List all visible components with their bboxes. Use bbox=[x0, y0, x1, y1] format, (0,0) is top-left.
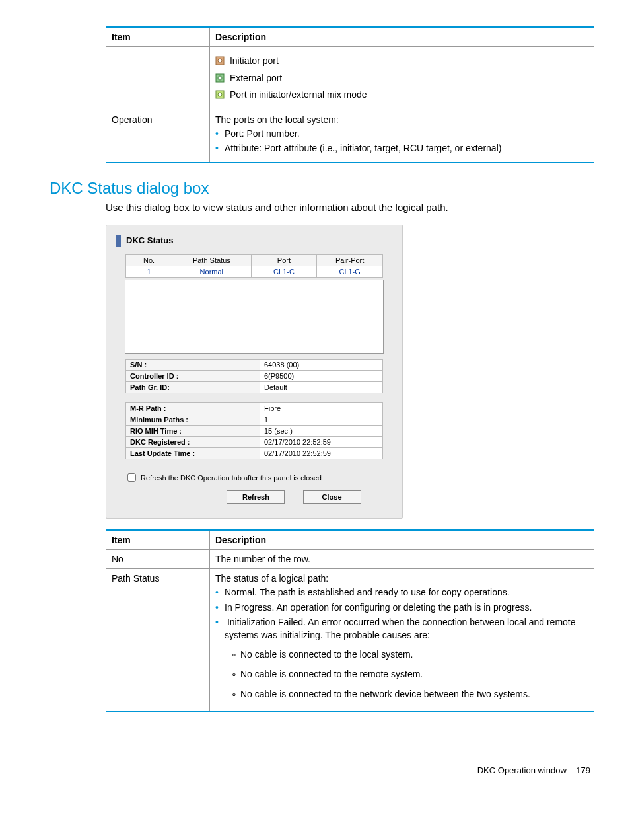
th-desc: Description bbox=[210, 530, 594, 550]
svg-point-1 bbox=[218, 59, 222, 63]
external-port-icon bbox=[215, 73, 225, 83]
th-item: Item bbox=[106, 530, 210, 550]
page-number: 179 bbox=[576, 765, 590, 775]
path-status-table: No. Path Status Port Pair-Port 1 Normal … bbox=[125, 254, 383, 278]
list-item: In Progress. An operation for configurin… bbox=[225, 601, 588, 615]
dkc-status-dialog: DKC Status No. Path Status Port Pair-Por… bbox=[106, 225, 403, 519]
mr-path-value: Fibre bbox=[260, 402, 383, 414]
path-status-intro: The status of a logical path: bbox=[215, 573, 588, 584]
refresh-button[interactable]: Refresh bbox=[227, 490, 285, 504]
svg-point-3 bbox=[218, 76, 222, 80]
controller-id-value: 6(P9500) bbox=[260, 370, 383, 381]
sn-value: 64038 (00) bbox=[260, 359, 383, 370]
external-port-label: External port bbox=[230, 73, 282, 83]
last-update-label: Last Update Time : bbox=[126, 447, 260, 459]
sn-label: S/N : bbox=[126, 359, 260, 370]
list-item: No cable is connected to the local syste… bbox=[240, 648, 588, 662]
mixed-port-label: Port in initiator/external mix mode bbox=[230, 89, 367, 100]
info-grid-2: M-R Path :Fibre Minimum Paths :1 RIO MIH… bbox=[125, 402, 383, 459]
list-item: Normal. The path is established and read… bbox=[225, 586, 588, 599]
list-item: No cable is connected to the network dev… bbox=[240, 688, 588, 701]
initiator-port-icon bbox=[215, 56, 225, 65]
operation-intro: The ports on the local system: bbox=[215, 114, 588, 125]
title-accent-icon bbox=[116, 235, 121, 247]
rio-mih-value: 15 (sec.) bbox=[260, 425, 383, 436]
min-paths-value: 1 bbox=[260, 414, 383, 425]
table-row: Initiator port External port Port in ini… bbox=[106, 47, 594, 110]
info-grid-1: S/N :64038 (00) Controller ID :6(P9500) … bbox=[125, 359, 383, 393]
dkc-registered-label: DKC Registered : bbox=[126, 436, 260, 447]
th-desc: Description bbox=[210, 27, 594, 47]
table-row: No The number of the row. bbox=[106, 549, 594, 568]
mr-path-label: M-R Path : bbox=[126, 402, 260, 414]
cell-no: 1 bbox=[126, 266, 172, 277]
refresh-checkbox-label: Refresh the DKC Operation tab after this… bbox=[141, 474, 322, 482]
no-desc: The number of the row. bbox=[210, 549, 594, 568]
close-button[interactable]: Close bbox=[303, 490, 361, 504]
table-row[interactable]: 1 Normal CL1-C CL1-G bbox=[126, 266, 383, 277]
dialog-title: DKC Status bbox=[126, 235, 174, 245]
col-port: Port bbox=[251, 254, 317, 266]
dkc-registered-value: 02/17/2010 22:52:59 bbox=[260, 436, 383, 447]
footer-text: DKC Operation window bbox=[477, 765, 567, 775]
list-item: Initialization Failed. An error occurred… bbox=[225, 616, 588, 701]
list-item: Port: Port number. bbox=[225, 128, 588, 141]
ports-table: Item Description Initiator port bbox=[106, 26, 594, 163]
list-item: No cable is connected to the remote syst… bbox=[240, 668, 588, 681]
cell-status: Normal bbox=[172, 266, 252, 277]
page-footer: DKC Operation window 179 bbox=[0, 765, 590, 775]
initiator-port-label: Initiator port bbox=[230, 56, 279, 66]
last-update-value: 02/17/2010 22:52:59 bbox=[260, 447, 383, 459]
col-pair-port: Pair-Port bbox=[317, 254, 383, 266]
mixed-port-icon bbox=[215, 90, 225, 99]
min-paths-label: Minimum Paths : bbox=[126, 414, 260, 425]
table-row: Path Status The status of a logical path… bbox=[106, 568, 594, 712]
section-title: DKC Status dialog box bbox=[50, 179, 590, 198]
cell-port: CL1-C bbox=[251, 266, 317, 277]
col-no: No. bbox=[126, 254, 172, 266]
th-item: Item bbox=[106, 27, 210, 47]
list-item: Attribute: Port attribute (i.e., initiat… bbox=[225, 142, 588, 155]
path-status-label: Path Status bbox=[106, 568, 210, 712]
cell-pair-port: CL1-G bbox=[317, 266, 383, 277]
path-gr-id-value: Default bbox=[260, 381, 383, 393]
svg-point-5 bbox=[218, 93, 222, 96]
path-status-desc-table: Item Description No The number of the ro… bbox=[106, 529, 594, 712]
section-intro: Use this dialog box to view status and o… bbox=[106, 202, 590, 213]
no-label: No bbox=[106, 549, 210, 568]
col-path-status: Path Status bbox=[172, 254, 252, 266]
table-row: Operation The ports on the local system:… bbox=[106, 110, 594, 163]
operation-label: Operation bbox=[106, 110, 210, 163]
path-table-body-empty bbox=[125, 280, 384, 354]
rio-mih-label: RIO MIH Time : bbox=[126, 425, 260, 436]
controller-id-label: Controller ID : bbox=[126, 370, 260, 381]
path-gr-id-label: Path Gr. ID: bbox=[126, 381, 260, 393]
refresh-checkbox[interactable] bbox=[127, 473, 136, 482]
